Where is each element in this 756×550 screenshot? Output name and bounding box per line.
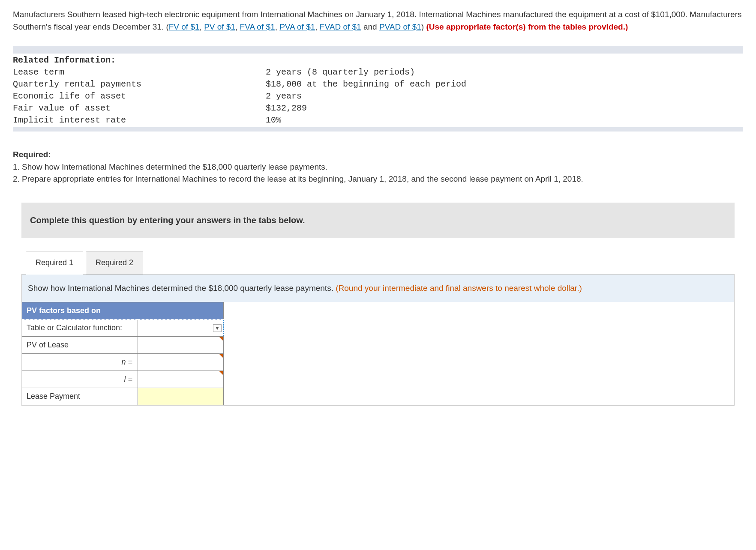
prompt-note: (Round your intermediate and final answe… bbox=[336, 284, 582, 293]
pv-factors-table: PV factors based on Table or Calculator … bbox=[22, 302, 224, 405]
info-val: 10% bbox=[266, 114, 743, 126]
row-lease-payment-label: Lease Payment bbox=[22, 388, 138, 405]
tab-required-1[interactable]: Required 1 bbox=[26, 251, 83, 275]
tabs-container: Required 1 Required 2 bbox=[26, 251, 735, 275]
tab-prompt: Show how International Machines determin… bbox=[22, 275, 734, 302]
required-item-1: 1. Show how International Machines deter… bbox=[13, 161, 743, 173]
info-key: Lease term bbox=[13, 66, 266, 78]
link-fvad1[interactable]: FVAD of $1 bbox=[320, 22, 361, 31]
info-val: $18,000 at the beginning of each period bbox=[266, 78, 743, 90]
input-i[interactable] bbox=[138, 371, 224, 388]
instruction-bar: Complete this question by entering your … bbox=[21, 203, 735, 238]
link-pv1[interactable]: PV of $1 bbox=[204, 22, 235, 31]
chevron-down-icon: ▼ bbox=[213, 324, 222, 332]
link-pvad1[interactable]: PVAD of $1 bbox=[379, 22, 421, 31]
table-header: PV factors based on bbox=[22, 302, 224, 320]
input-n[interactable] bbox=[138, 354, 224, 371]
input-pv-lease[interactable] bbox=[138, 337, 224, 354]
info-row: Fair value of asset $132,289 bbox=[13, 102, 743, 114]
required-heading: Required: bbox=[13, 149, 743, 161]
tab-content: Show how International Machines determin… bbox=[21, 274, 735, 406]
info-row: Quarterly rental payments $18,000 at the… bbox=[13, 78, 743, 90]
output-lease-payment bbox=[138, 388, 224, 405]
row-calc-function-label: Table or Calculator function: bbox=[22, 320, 138, 337]
info-key: Quarterly rental payments bbox=[13, 78, 266, 90]
related-info-block: Related Information: Lease term 2 years … bbox=[13, 46, 743, 132]
row-n-label: n = bbox=[22, 354, 138, 371]
info-row: Implicit interest rate 10% bbox=[13, 114, 743, 126]
info-row: Lease term 2 years (8 quarterly periods) bbox=[13, 66, 743, 78]
tab-required-2[interactable]: Required 2 bbox=[86, 251, 143, 275]
info-bar-top bbox=[13, 46, 743, 54]
info-row: Economic life of asset 2 years bbox=[13, 90, 743, 102]
info-bar-bottom bbox=[13, 127, 743, 132]
row-pv-lease-label: PV of Lease bbox=[22, 337, 138, 354]
link-pva1[interactable]: PVA of $1 bbox=[279, 22, 315, 31]
row-i-label: i = bbox=[22, 371, 138, 388]
info-key: Fair value of asset bbox=[13, 102, 266, 114]
info-key: Economic life of asset bbox=[13, 90, 266, 102]
prompt-main: Show how International Machines determin… bbox=[28, 284, 336, 293]
required-item-2: 2. Prepare appropriate entries for Inter… bbox=[13, 173, 743, 185]
link-fv1[interactable]: FV of $1 bbox=[169, 22, 200, 31]
problem-intro: Manufacturers Southern leased high-tech … bbox=[13, 9, 743, 33]
link-fva1[interactable]: FVA of $1 bbox=[240, 22, 275, 31]
info-heading: Related Information: bbox=[13, 54, 743, 66]
required-block: Required: 1. Show how International Mach… bbox=[13, 149, 743, 185]
info-val: 2 years (8 quarterly periods) bbox=[266, 66, 743, 78]
info-val: $132,289 bbox=[266, 102, 743, 114]
info-val: 2 years bbox=[266, 90, 743, 102]
dropdown-calc-function[interactable]: ▼ bbox=[138, 320, 224, 337]
info-key: Implicit interest rate bbox=[13, 114, 266, 126]
intro-redtext: (Use appropriate factor(s) from the tabl… bbox=[426, 22, 628, 31]
answers-section: Complete this question by entering your … bbox=[13, 203, 743, 406]
